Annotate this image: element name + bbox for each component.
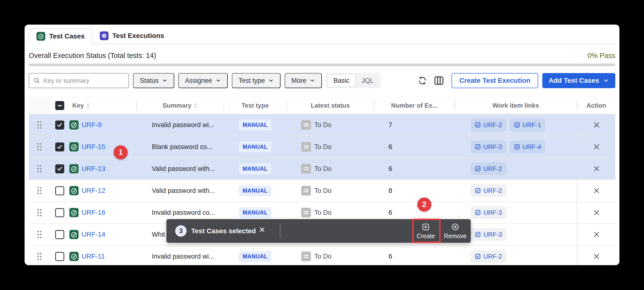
work-item-links-cell: URF-3 — [455, 202, 576, 223]
page-title: Overall Execution Status (Total tests: 1… — [29, 52, 156, 60]
work-item-link-chip[interactable]: URF-3 — [470, 206, 506, 219]
close-icon — [593, 121, 600, 129]
chevron-down-icon — [310, 78, 315, 83]
test-case-icon — [69, 230, 78, 239]
test-case-key-link[interactable]: URF-14 — [82, 231, 105, 238]
chevron-down-icon — [162, 78, 168, 83]
work-item-link-chip[interactable]: URF-3 — [470, 228, 506, 241]
executions-count: 6 — [388, 209, 392, 216]
row-checkbox[interactable] — [55, 121, 64, 130]
create-button-label: Create — [416, 232, 435, 240]
select-all-checkbox[interactable] — [55, 101, 64, 110]
test-case-key-link[interactable]: URF-11 — [82, 252, 105, 260]
drag-handle-icon[interactable] — [36, 142, 42, 152]
drag-handle-icon[interactable] — [36, 186, 42, 195]
close-icon — [593, 209, 600, 216]
test-case-icon — [69, 120, 78, 130]
column-header-key[interactable]: Key — [69, 97, 136, 114]
linked-checkbox-icon — [475, 122, 481, 128]
test-case-key-link[interactable]: URF-9 — [82, 121, 102, 129]
tab-test-cases[interactable]: Test Cases — [29, 28, 92, 44]
drag-handle-icon[interactable] — [36, 120, 42, 130]
remove-row-button[interactable] — [593, 231, 600, 238]
test-case-icon — [69, 164, 78, 173]
column-header-latest-status: Latest status — [286, 97, 374, 114]
clear-selection-button[interactable] — [259, 226, 265, 233]
search-input[interactable] — [43, 77, 124, 85]
columns-button[interactable] — [434, 76, 444, 86]
assignee-filter-dropdown[interactable]: Assignee — [178, 73, 228, 88]
add-test-cases-button[interactable]: Add Test Cases — [542, 73, 615, 88]
status-todo-icon — [301, 208, 311, 217]
dropdown-label: Assignee — [185, 77, 212, 85]
remove-row-button[interactable] — [593, 187, 600, 195]
test-case-key-link[interactable]: URF-15 — [82, 143, 105, 151]
remove-button[interactable]: Remove — [441, 219, 470, 243]
row-checkbox[interactable] — [55, 208, 64, 217]
summary-text: Invalid password wi... — [152, 121, 214, 129]
work-item-link-chip[interactable]: URF-3 — [470, 140, 506, 153]
remove-row-button[interactable] — [593, 165, 600, 173]
selected-count-badge: 3 — [175, 225, 186, 237]
create-button[interactable]: Create — [413, 219, 439, 243]
work-item-link-label: URF-1 — [522, 121, 541, 129]
test-type-badge: MANUAL — [239, 251, 271, 262]
dropdown-label: More — [292, 77, 306, 85]
remove-row-button[interactable] — [593, 121, 600, 129]
work-item-link-chip[interactable]: URF-1 — [510, 119, 546, 131]
drag-handle-icon[interactable] — [36, 251, 42, 261]
test-type-filter-dropdown[interactable]: Test type — [232, 73, 280, 88]
row-checkbox[interactable] — [55, 142, 64, 151]
sort-icon — [194, 103, 197, 108]
row-checkbox[interactable] — [55, 252, 64, 261]
create-test-execution-button[interactable]: Create Test Execution — [452, 73, 538, 88]
tab-label: Test Executions — [112, 32, 164, 40]
query-mode-toggle: Basic JQL — [326, 73, 380, 88]
drag-handle-icon[interactable] — [36, 208, 42, 217]
remove-row-button[interactable] — [593, 143, 600, 151]
work-item-link-label: URF-2 — [484, 165, 502, 173]
column-header-action: Action — [576, 97, 616, 114]
work-item-link-chip[interactable]: URF-2 — [470, 250, 506, 263]
tab-test-executions[interactable]: Test Executions — [92, 28, 172, 44]
row-checkbox[interactable] — [55, 230, 64, 239]
refresh-button[interactable] — [418, 76, 427, 86]
work-item-link-chip[interactable]: URF-2 — [470, 184, 506, 197]
search-icon — [33, 77, 40, 84]
test-case-key-link[interactable]: URF-12 — [82, 187, 105, 195]
test-case-icon — [69, 208, 78, 217]
close-icon — [593, 165, 600, 173]
test-case-key-link[interactable]: URF-16 — [82, 209, 105, 216]
toggle-basic[interactable]: Basic — [327, 74, 356, 87]
column-label: Action — [586, 102, 606, 109]
drag-handle-icon[interactable] — [36, 164, 42, 174]
table-header: Key Summary Test type — [29, 97, 615, 114]
status-todo-icon — [301, 164, 311, 174]
test-type-badge: MANUAL — [239, 163, 271, 174]
more-filter-dropdown[interactable]: More — [285, 73, 322, 88]
column-header-test-type: Test type — [224, 97, 286, 114]
remove-row-button[interactable] — [593, 252, 600, 260]
gear-icon — [100, 32, 108, 40]
column-header-summary[interactable]: Summary — [136, 97, 224, 114]
summary-text: Valid password with... — [152, 165, 215, 173]
linked-checkbox-icon — [475, 253, 481, 259]
column-label: Key — [72, 102, 84, 109]
linked-checkbox-icon — [475, 166, 481, 172]
test-case-key-link[interactable]: URF-13 — [82, 165, 105, 173]
remove-row-button[interactable] — [593, 209, 600, 216]
work-item-link-chip[interactable]: URF-2 — [470, 119, 506, 131]
annotation-step-2: 2 — [417, 197, 431, 212]
execution-progress-bar — [29, 64, 615, 66]
toggle-jql[interactable]: JQL — [356, 74, 380, 87]
row-checkbox[interactable] — [55, 186, 64, 195]
work-item-link-chip[interactable]: URF-4 — [510, 140, 546, 153]
chevron-down-icon — [268, 78, 274, 83]
test-type-badge: MANUAL — [239, 185, 271, 196]
status-filter-dropdown[interactable]: Status — [133, 73, 174, 88]
work-item-link-chip[interactable]: URF-2 — [470, 162, 506, 175]
close-icon — [259, 226, 265, 233]
row-checkbox[interactable] — [55, 164, 64, 173]
drag-handle-icon[interactable] — [36, 230, 42, 239]
status-label: To Do — [314, 187, 332, 195]
